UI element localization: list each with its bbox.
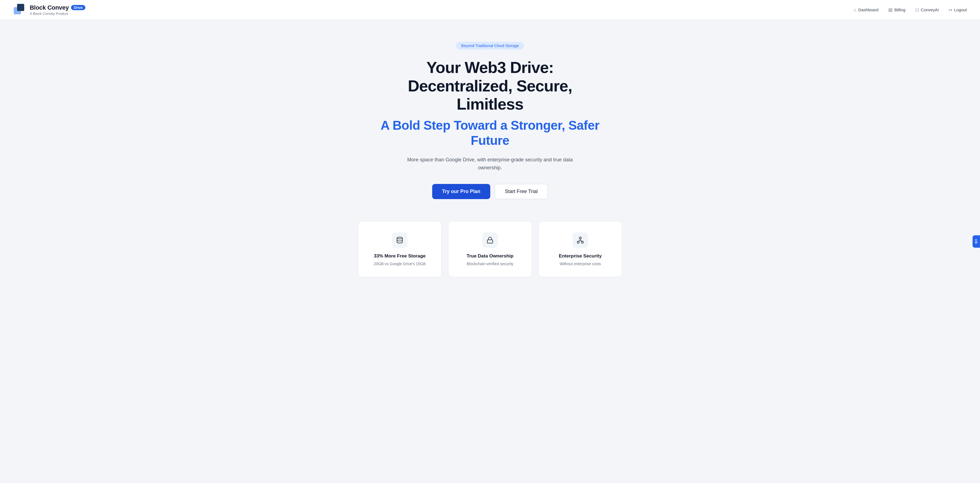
house-icon: ⌂ bbox=[854, 8, 856, 13]
nav-billing-label: Billing bbox=[894, 8, 905, 12]
main-content: Beyond Traditional Cloud Storage Your We… bbox=[0, 20, 980, 293]
svg-rect-1 bbox=[17, 4, 24, 11]
network-icon-wrap bbox=[573, 233, 588, 248]
logo-title-row: Block Convey Drive bbox=[30, 4, 85, 11]
lock-icon-wrap bbox=[482, 233, 498, 248]
try-pro-plan-button[interactable]: Try our Pro Plan bbox=[432, 184, 490, 199]
logout-icon: ↦ bbox=[949, 7, 952, 13]
drive-badge: Drive bbox=[71, 5, 86, 10]
navbar: Block Convey Drive A Block Convey Produc… bbox=[0, 0, 980, 20]
nav-logout[interactable]: ↦ Logout bbox=[949, 7, 967, 13]
feature-cards: 33% More Free Storage 20GB vs Google Dri… bbox=[358, 221, 622, 277]
feature-card-security: Enterprise Security Without enterprise c… bbox=[538, 221, 622, 277]
nav-links: ⌂ Dashboard ▤ Billing ◻ ConveyAI ↦ Logou… bbox=[854, 7, 967, 13]
feature-storage-title: 33% More Free Storage bbox=[374, 253, 426, 259]
hero-description: More space than Google Drive, with enter… bbox=[402, 156, 578, 172]
hero-badge: Beyond Traditional Cloud Storage bbox=[456, 42, 523, 49]
feature-security-title: Enterprise Security bbox=[559, 253, 602, 259]
chat-icon: ◻ bbox=[915, 7, 919, 13]
nav-dashboard[interactable]: ⌂ Dashboard bbox=[854, 8, 878, 13]
nav-dashboard-label: Dashboard bbox=[858, 8, 878, 12]
database-icon-wrap bbox=[392, 233, 407, 248]
feature-card-storage: 33% More Free Storage 20GB vs Google Dri… bbox=[358, 221, 442, 277]
logo-icon bbox=[13, 3, 26, 16]
logo-subtitle: A Block Convey Product bbox=[30, 11, 85, 16]
feature-ownership-title: True Data Ownership bbox=[466, 253, 514, 259]
feature-card-ownership: True Data Ownership Blockchain-verified … bbox=[448, 221, 532, 277]
database-icon bbox=[396, 236, 403, 244]
network-icon bbox=[577, 236, 584, 244]
feature-security-desc: Without enterprise costs bbox=[560, 261, 601, 267]
feature-ownership-desc: Blockchain-verified security bbox=[466, 261, 514, 267]
nav-conveyai[interactable]: ◻ ConveyAI bbox=[915, 7, 939, 13]
hero-title: Your Web3 Drive: Decentralized, Secure, … bbox=[380, 58, 600, 113]
hero-subtitle: A Bold Step Toward a Stronger, Safer Fut… bbox=[380, 118, 600, 148]
nav-billing[interactable]: ▤ Billing bbox=[888, 7, 905, 13]
svg-point-2 bbox=[397, 237, 402, 239]
feature-storage-desc: 20GB vs Google Drive's 15GB bbox=[374, 261, 426, 267]
logo-area: Block Convey Drive A Block Convey Produc… bbox=[13, 3, 85, 16]
svg-rect-3 bbox=[487, 240, 493, 243]
start-free-trial-button[interactable]: Start Free Trial bbox=[495, 184, 548, 199]
nav-conveyai-label: ConveyAI bbox=[921, 8, 939, 12]
svg-line-8 bbox=[578, 241, 580, 241]
svg-line-9 bbox=[580, 241, 582, 241]
lock-icon bbox=[487, 236, 493, 244]
nav-logout-label: Logout bbox=[954, 8, 967, 12]
logo-title: Block Convey bbox=[30, 4, 69, 11]
side-widget[interactable]: cb bbox=[972, 235, 980, 247]
cta-buttons: Try our Pro Plan Start Free Trial bbox=[432, 184, 548, 199]
logo-text-area: Block Convey Drive A Block Convey Produc… bbox=[30, 4, 85, 16]
receipt-icon: ▤ bbox=[888, 7, 892, 13]
